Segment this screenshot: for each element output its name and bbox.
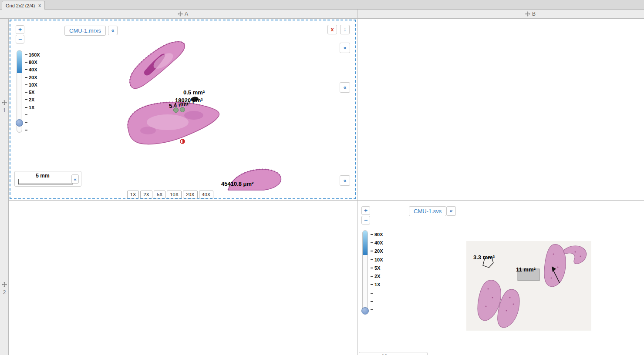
tick-label: 10X — [29, 82, 37, 87]
zoom-preset-5x[interactable]: 5X — [154, 191, 165, 198]
row-1-label: 1 — [3, 107, 6, 114]
zoom-slider-ticks: 80X 40X 20X 10X 5X 2X 1X — [371, 230, 383, 314]
ellipse-annotation[interactable] — [180, 107, 185, 112]
zoom-slider-handle[interactable] — [16, 119, 23, 127]
area-annotation-label: 45410.8 μm² — [221, 181, 253, 187]
whole-slide-viewer-app: Grid 2x2 (2/4) x A B 1 2 — [0, 0, 644, 355]
row-gutter: 1 2 — [0, 19, 9, 355]
zoom-preset-bar: 1X 2X 5X 10X 20X 40X — [127, 191, 213, 198]
scale-bar-collapse-button[interactable]: « — [71, 174, 79, 184]
scale-bar-label: 5 mm — [15, 173, 71, 179]
move-icon — [2, 100, 7, 105]
tick-label: 2X — [29, 97, 34, 102]
row-header-2[interactable]: 2 — [0, 282, 9, 295]
scale-bar: 10 mm — [359, 352, 428, 355]
column-a-label: A — [185, 11, 188, 17]
move-icon — [2, 282, 7, 287]
zoom-preset-40x[interactable]: 40X — [199, 191, 214, 198]
title-collapse-button[interactable]: « — [108, 26, 118, 35]
row-2-label: 2 — [3, 289, 6, 295]
scale-bar: 5 mm « — [14, 171, 81, 187]
tick-label: 5X — [29, 90, 34, 95]
zoom-out-button[interactable]: − — [16, 35, 24, 44]
panel-collapse-bottom-button[interactable]: « — [340, 175, 350, 186]
title-collapse-button[interactable]: « — [446, 206, 456, 216]
slide-canvas-a[interactable] — [122, 37, 292, 199]
zoom-in-button[interactable]: + — [16, 25, 24, 34]
tick-label: 80X — [29, 60, 37, 65]
tick-label: 20X — [374, 248, 383, 254]
empty-cell-b1 — [357, 19, 644, 200]
row-header-1[interactable]: 1 — [0, 100, 9, 114]
area-annotation-label: 0.5 mm² — [183, 89, 205, 96]
viewer-panel-a1: 0.5 mm² 18020 μm² 5.4 mm² 45410.8 μm² + … — [9, 19, 357, 200]
tab-label: Grid 2x2 (2/4) — [6, 3, 35, 8]
zoom-preset-20x[interactable]: 20X — [183, 191, 198, 198]
tick-label: 1X — [29, 105, 34, 110]
tick-label: 5X — [374, 265, 380, 271]
zoom-slider-track[interactable] — [362, 230, 368, 314]
column-header-a[interactable]: A — [9, 10, 357, 19]
zoom-slider-fill — [17, 50, 22, 73]
area-annotation-label: 11 mm² — [516, 266, 536, 273]
slide-title: CMU-1.mrxs — [64, 26, 106, 36]
zoom-in-button[interactable]: + — [361, 206, 370, 215]
viewer-panel-b2: 3.3 mm² 11 mm² + − CMU-1.svs « 80X 40X 2… — [357, 200, 644, 355]
move-icon — [525, 11, 530, 17]
zoom-slider-handle[interactable] — [361, 307, 369, 315]
zoom-preset-10x[interactable]: 10X — [167, 191, 182, 198]
panel-expand-button[interactable]: » — [340, 43, 350, 53]
column-header-b[interactable]: B — [357, 10, 644, 19]
tick-label: 160X — [29, 52, 40, 57]
close-viewer-button[interactable]: x — [327, 25, 337, 34]
zoom-out-button[interactable]: − — [361, 216, 370, 224]
tick-label: 40X — [374, 240, 383, 245]
tick-label: 1X — [374, 282, 380, 287]
tab-bar: Grid 2x2 (2/4) x — [0, 0, 644, 10]
tick-label: 40X — [29, 67, 37, 72]
move-vertical-button[interactable]: ↕ — [340, 25, 350, 34]
zoom-preset-1x[interactable]: 1X — [127, 191, 139, 198]
tab-close-icon[interactable]: x — [38, 3, 41, 8]
zoom-slider-ticks: 160X 80X 40X 20X 10X 5X 2X 1X — [25, 51, 40, 134]
tick-label: 20X — [29, 75, 37, 80]
point-marker[interactable] — [180, 139, 185, 144]
zoom-slider-fill — [363, 231, 368, 255]
area-annotation-label: 3.3 mm² — [473, 254, 495, 261]
tab-grid-2x2[interactable]: Grid 2x2 (2/4) x — [2, 1, 45, 10]
move-icon — [178, 11, 183, 17]
scale-bar-ruler — [17, 178, 74, 185]
tick-label: 2X — [374, 274, 380, 279]
zoom-slider-track[interactable] — [17, 50, 22, 133]
tick-label: 80X — [374, 232, 383, 237]
tick-label: 10X — [374, 257, 383, 262]
slide-title: CMU-1.svs — [409, 206, 446, 216]
column-b-label: B — [532, 11, 536, 17]
empty-cell-a2 — [9, 200, 357, 355]
panel-collapse-mid-button[interactable]: « — [340, 82, 350, 93]
zoom-preset-2x[interactable]: 2X — [140, 191, 152, 198]
grid-corner — [0, 10, 9, 19]
